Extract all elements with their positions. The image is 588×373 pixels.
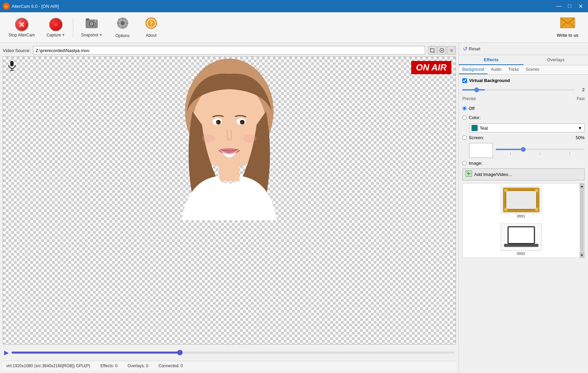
status-resolution: virt:1920x1080 (src:3840x2160[RGB]) GPU(… <box>6 363 90 368</box>
svg-rect-35 <box>219 164 239 181</box>
screen-slider[interactable] <box>496 149 585 150</box>
svg-rect-47 <box>466 171 468 173</box>
vb-header: Virtual Background <box>462 78 585 83</box>
svg-rect-51 <box>503 209 539 212</box>
about-button[interactable]: ? About <box>138 14 165 41</box>
svg-point-41 <box>242 120 244 123</box>
source-expand-icon[interactable]: ≡ <box>447 46 456 55</box>
title-bar: A AlterCam 6.0 - [ON AIR] — □ ✕ <box>0 0 588 12</box>
color-select-row: Teal ▼ <box>462 124 585 132</box>
svg-point-13 <box>121 21 125 25</box>
tab-overlays[interactable]: Overlays <box>524 55 588 65</box>
maximize-button[interactable]: □ <box>565 1 574 11</box>
play-button[interactable]: ▶ <box>4 349 9 356</box>
write-to-us-button[interactable]: Write to us <box>551 14 585 41</box>
svg-point-43 <box>243 134 257 143</box>
snapshot-button[interactable]: Snapshot ▼ <box>76 14 108 41</box>
snapshot-label: Snapshot <box>81 33 98 37</box>
radio-image[interactable] <box>462 161 467 165</box>
svg-rect-60 <box>509 227 534 243</box>
close-button[interactable]: ✕ <box>576 1 585 11</box>
capture-dropdown-arrow: ▼ <box>62 33 65 37</box>
screen-thumbnail <box>469 143 493 158</box>
minimize-button[interactable]: — <box>554 1 563 11</box>
gallery-scroll-up[interactable]: ▲ <box>579 183 584 189</box>
right-panel: ↺ Reset Effects Overlays Background Audi… <box>459 43 588 373</box>
stop-label: Stop AlterCam <box>9 33 35 37</box>
image-gallery: 0001 <box>462 183 585 258</box>
toolbar: Stop AlterCam Capture ▼ <box>0 12 588 43</box>
capture-label: Capture <box>46 33 61 37</box>
add-image-button[interactable]: Add Image/Video... <box>462 168 585 180</box>
svg-point-57 <box>504 208 508 211</box>
color-dropdown[interactable]: Teal ▼ <box>469 124 585 132</box>
color-dropdown-arrow: ▼ <box>578 126 582 131</box>
svg-point-10 <box>91 23 93 25</box>
svg-rect-17 <box>126 22 128 24</box>
stop-altercam-button[interactable]: Stop AlterCam <box>3 14 40 41</box>
video-source-path: Z:\prerecorded\Nastya.mov <box>33 46 425 55</box>
options-label: Options <box>115 33 129 38</box>
gallery-thumb-0002 <box>501 224 542 251</box>
timeline-thumb <box>177 350 183 355</box>
subtab-audio[interactable]: Audio <box>488 65 505 74</box>
envelope-icon <box>560 17 575 31</box>
options-icon <box>117 17 129 32</box>
snapshot-dropdown-arrow: ▼ <box>99 33 103 37</box>
svg-rect-50 <box>503 188 539 191</box>
svg-point-55 <box>504 189 508 192</box>
toolbar-separator-1 <box>73 17 73 38</box>
window-controls: — □ ✕ <box>554 1 585 11</box>
app-title: AlterCam 6.0 - [ON AIR] <box>12 4 59 9</box>
radio-screen[interactable] <box>462 135 467 140</box>
add-image-icon <box>465 170 472 179</box>
gallery-item-0002[interactable]: 0002 <box>499 222 543 257</box>
panel-tabs: Effects Overlays <box>459 55 588 65</box>
settings-icon[interactable] <box>437 46 446 55</box>
vb-quality-slider[interactable] <box>462 89 575 91</box>
svg-point-56 <box>535 189 538 192</box>
video-area: Video Source: Z:\prerecorded\Nastya.mov <box>0 43 459 373</box>
svg-rect-7 <box>86 18 89 20</box>
capture-button[interactable]: Capture ▼ <box>41 14 70 41</box>
reset-button[interactable]: ↺ Reset <box>463 46 480 52</box>
video-frame: ON AIR <box>3 56 456 344</box>
reset-icon: ↺ <box>463 46 467 52</box>
radio-image-label: Image: <box>469 161 482 166</box>
vb-quality-labels: Precise Fast <box>462 96 585 102</box>
tab-effects[interactable]: Effects <box>459 55 524 65</box>
gallery-label-0001: 0001 <box>517 214 525 218</box>
subtab-tricks[interactable]: Tricks <box>505 65 523 74</box>
color-value: Teal <box>480 126 488 131</box>
vb-checkbox[interactable] <box>462 78 467 83</box>
gallery-scroll-down[interactable]: ▼ <box>579 252 584 258</box>
subtab-background[interactable]: Background <box>459 65 488 74</box>
gallery-item-0001[interactable]: 0001 <box>499 185 543 220</box>
options-button[interactable]: Options <box>109 14 136 41</box>
gallery-scrollbar-track <box>580 190 584 252</box>
svg-point-40 <box>218 120 220 123</box>
main-layout: Video Source: Z:\prerecorded\Nastya.mov <box>0 43 588 373</box>
timeline-track[interactable] <box>12 352 454 354</box>
radio-color[interactable] <box>462 115 467 120</box>
vb-slider-row: 2 <box>462 86 585 94</box>
capture-icon <box>49 18 63 31</box>
video-timeline: ▶ <box>3 346 456 359</box>
write-to-us-label: Write to us <box>557 33 578 38</box>
status-effects: Effects: 0 <box>100 363 118 368</box>
subtab-scenes[interactable]: Scenes <box>522 65 543 74</box>
reset-label: Reset <box>469 46 480 51</box>
about-label: About <box>146 33 156 38</box>
gallery-label-0002: 0002 <box>517 252 525 256</box>
svg-point-5 <box>55 23 57 26</box>
svg-point-42 <box>202 134 216 143</box>
crop-icon[interactable] <box>428 46 437 55</box>
svg-rect-49 <box>506 191 537 209</box>
screen-percent: 50% <box>576 135 585 140</box>
vb-fast-label: Fast <box>577 96 585 101</box>
stop-icon <box>15 18 29 31</box>
svg-text:A: A <box>5 5 7 8</box>
vb-label: Virtual Background <box>469 78 510 83</box>
radio-off[interactable] <box>462 106 467 111</box>
app-icon: A <box>3 3 10 10</box>
